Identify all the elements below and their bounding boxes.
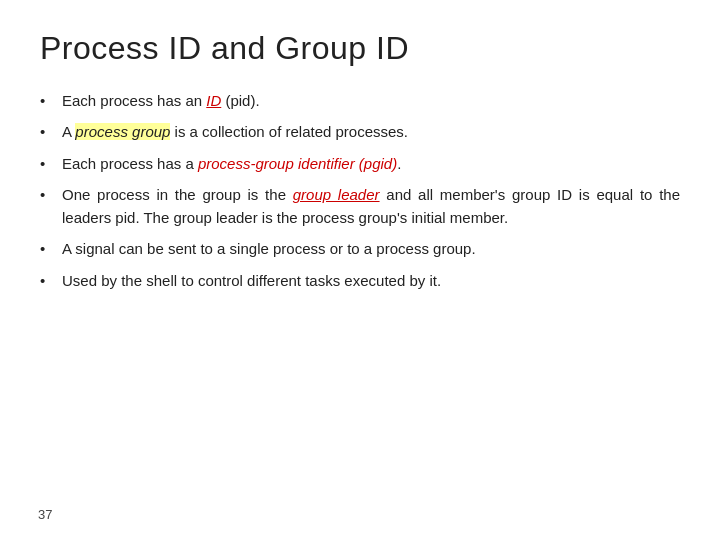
bullet-text-2: A process group is a collection of relat…: [62, 120, 680, 143]
bullet-icon: •: [40, 89, 58, 112]
slide-number: 37: [38, 507, 52, 522]
slide-content: • Each process has an ID (pid). • A proc…: [40, 89, 680, 292]
bullet-icon: •: [40, 183, 58, 206]
group-leader-text: group leader: [293, 186, 380, 203]
bullet-text-4: One process in the group is the group le…: [62, 183, 680, 230]
process-group-highlight: process group: [75, 123, 170, 140]
bullet-icon: •: [40, 269, 58, 292]
slide-title: Process ID and Group ID: [40, 30, 680, 67]
list-item: • Each process has a process-group ident…: [40, 152, 680, 175]
bullet-icon: •: [40, 120, 58, 143]
bullet-text-5: A signal can be sent to a single process…: [62, 237, 680, 260]
pgid-text: process-group identifier (pgid): [198, 155, 397, 172]
list-item: • Each process has an ID (pid).: [40, 89, 680, 112]
list-item: • A process group is a collection of rel…: [40, 120, 680, 143]
bullet-text-1: Each process has an ID (pid).: [62, 89, 680, 112]
bullet-icon: •: [40, 152, 58, 175]
list-item: • Used by the shell to control different…: [40, 269, 680, 292]
bullet-text-6: Used by the shell to control different t…: [62, 269, 680, 292]
bullet-icon: •: [40, 237, 58, 260]
slide: Process ID and Group ID • Each process h…: [0, 0, 720, 540]
bullet-text-3: Each process has a process-group identif…: [62, 152, 680, 175]
list-item: • One process in the group is the group …: [40, 183, 680, 230]
list-item: • A signal can be sent to a single proce…: [40, 237, 680, 260]
id-link: ID: [206, 92, 221, 109]
bullet-list: • Each process has an ID (pid). • A proc…: [40, 89, 680, 292]
